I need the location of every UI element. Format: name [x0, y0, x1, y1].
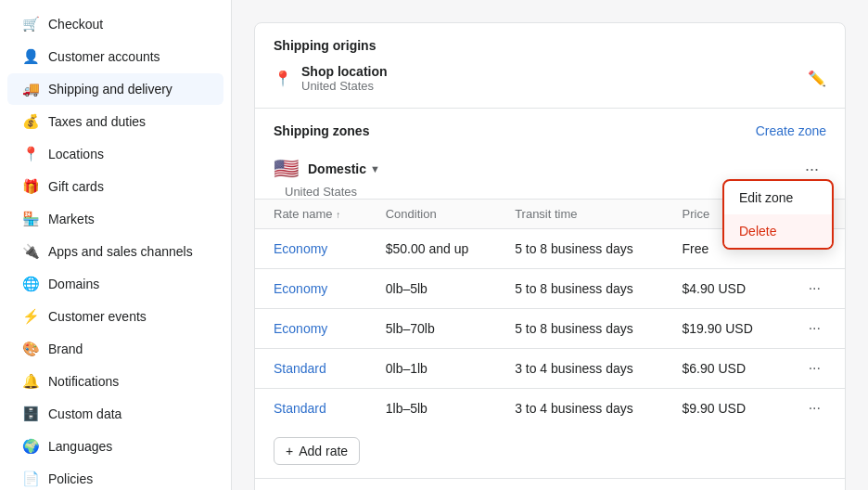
- table-row: Standard 1lb–5lb 3 to 4 business days $9…: [255, 389, 845, 429]
- origin-info: 📍 Shop location United States: [274, 64, 388, 93]
- sidebar-icon-customer-events: ⚡: [22, 308, 39, 325]
- rate-transit-cell: 3 to 4 business days: [496, 349, 663, 389]
- rate-more-button-3[interactable]: ···: [803, 358, 826, 379]
- rate-name-cell: Economy: [255, 269, 367, 309]
- rate-transit-cell: 5 to 8 business days: [496, 269, 663, 309]
- rate-transit-cell: 5 to 8 business days: [496, 229, 663, 269]
- col-rate-name: Rate name ↑: [255, 200, 367, 229]
- col-transit-time: Transit time: [496, 200, 663, 229]
- sidebar-icon-customer-accounts: 👤: [22, 48, 39, 65]
- sidebar-item-locations[interactable]: 📍 Locations: [7, 138, 223, 170]
- sidebar: 🛒 Checkout 👤 Customer accounts 🚚 Shippin…: [0, 0, 232, 490]
- shipping-origins-title: Shipping origins: [274, 38, 826, 53]
- rate-more-button-4[interactable]: ···: [803, 398, 826, 419]
- sidebar-icon-languages: 🌍: [22, 438, 39, 455]
- rate-price-cell: $9.90 USD: [664, 389, 780, 429]
- shipping-zones-title: Shipping zones: [274, 123, 369, 138]
- add-rate-label: Add rate: [299, 444, 348, 458]
- domestic-zone-name: Domestic ▼: [308, 161, 380, 176]
- rate-price-cell: $6.90 USD: [664, 349, 780, 389]
- edit-location-icon[interactable]: ✏️: [808, 70, 826, 87]
- shop-location-row: 📍 Shop location United States ✏️: [274, 64, 826, 93]
- sidebar-item-brand[interactable]: 🎨 Brand: [7, 333, 223, 365]
- table-row: Economy 0lb–5lb 5 to 8 business days $4.…: [255, 269, 845, 309]
- sidebar-icon-custom-data: 🗄️: [22, 406, 39, 422]
- sidebar-icon-markets: 🏪: [22, 211, 39, 227]
- rate-transit-cell: 3 to 4 business days: [496, 389, 663, 429]
- create-zone-link[interactable]: Create zone: [756, 123, 826, 138]
- shipping-origins-section: Shipping origins 📍 Shop location United …: [255, 23, 845, 109]
- shipping-zones-section: Shipping zones Create zone 🇺🇸 Domestic ▼…: [255, 109, 845, 490]
- rate-name-cell: Standard: [255, 389, 367, 429]
- rate-more-button-1[interactable]: ···: [803, 278, 826, 299]
- sidebar-icon-domains: 🌐: [22, 276, 39, 292]
- sidebar-label-customer-accounts: Customer accounts: [48, 49, 160, 64]
- sidebar-item-customer-events[interactable]: ⚡ Customer events: [7, 301, 223, 332]
- rate-actions-cell: ···: [780, 349, 845, 389]
- rate-price-cell: $19.90 USD: [664, 309, 780, 349]
- sidebar-icon-taxes-duties: 💰: [22, 113, 39, 130]
- col-condition: Condition: [367, 200, 496, 229]
- sidebar-icon-brand: 🎨: [22, 341, 39, 357]
- rate-condition-cell: 0lb–1lb: [367, 349, 496, 389]
- domestic-chevron-icon: ▼: [370, 163, 380, 174]
- rate-name-cell: Standard: [255, 349, 367, 389]
- rate-actions-cell: ···: [780, 269, 845, 309]
- sidebar-label-languages: Languages: [48, 439, 112, 454]
- delete-zone-item[interactable]: Delete: [724, 214, 832, 248]
- table-row: Economy 5lb–70lb 5 to 8 business days $1…: [255, 309, 845, 349]
- sidebar-item-languages[interactable]: 🌍 Languages: [7, 431, 223, 462]
- zones-header: Shipping zones Create zone: [255, 109, 845, 146]
- rate-actions-cell: ···: [780, 389, 845, 429]
- location-pin-icon: 📍: [274, 70, 292, 87]
- sidebar-icon-apps-sales-channels: 🔌: [22, 243, 39, 260]
- domestic-more-button[interactable]: ···: [798, 157, 826, 181]
- sidebar-label-taxes-duties: Taxes and duties: [48, 114, 146, 129]
- rate-condition-cell: 1lb–5lb: [367, 389, 496, 429]
- domestic-zone-block: 🇺🇸 Domestic ▼ ··· United States Edit zon…: [255, 146, 845, 478]
- domestic-zone-dropdown: Edit zone Delete: [722, 179, 834, 250]
- sidebar-item-shipping-delivery[interactable]: 🚚 Shipping and delivery: [7, 73, 223, 105]
- sidebar-label-apps-sales-channels: Apps and sales channels: [48, 244, 193, 259]
- rate-condition-cell: 5lb–70lb: [367, 309, 496, 349]
- sidebar-item-customer-accounts[interactable]: 👤 Customer accounts: [7, 41, 223, 72]
- origin-details: Shop location United States: [301, 64, 388, 93]
- add-icon: +: [286, 444, 293, 458]
- main-content: Shipping origins 📍 Shop location United …: [232, 0, 868, 490]
- sidebar-icon-shipping-delivery: 🚚: [22, 81, 39, 97]
- sidebar-label-notifications: Notifications: [48, 374, 119, 389]
- shop-location-country: United States: [301, 79, 388, 93]
- sidebar-item-checkout[interactable]: 🛒 Checkout: [7, 8, 223, 40]
- rate-condition-cell: 0lb–5lb: [367, 269, 496, 309]
- sidebar-label-customer-events: Customer events: [48, 309, 147, 324]
- rate-name-cell: Economy: [255, 229, 367, 269]
- sidebar-icon-notifications: 🔔: [22, 373, 39, 390]
- domestic-name-row: 🇺🇸 Domestic ▼: [274, 157, 380, 181]
- sidebar-item-policies[interactable]: 📄 Policies: [7, 463, 223, 490]
- add-rate-button[interactable]: + Add rate: [274, 437, 360, 465]
- sidebar-item-markets[interactable]: 🏪 Markets: [7, 203, 223, 235]
- sidebar-item-domains[interactable]: 🌐 Domains: [7, 268, 223, 300]
- edit-zone-item[interactable]: Edit zone: [724, 181, 832, 214]
- sidebar-item-apps-sales-channels[interactable]: 🔌 Apps and sales channels: [7, 236, 223, 267]
- shipping-card: Shipping origins 📍 Shop location United …: [254, 22, 846, 490]
- sidebar-item-custom-data[interactable]: 🗄️ Custom data: [7, 398, 223, 430]
- sidebar-item-notifications[interactable]: 🔔 Notifications: [7, 366, 223, 397]
- rate-actions-cell: ···: [780, 309, 845, 349]
- sidebar-icon-locations: 📍: [22, 146, 39, 162]
- sidebar-label-domains: Domains: [48, 277, 99, 291]
- rate-more-button-2[interactable]: ···: [803, 318, 826, 339]
- international-zone-header: 🌐 International ▼ United Arab Emirates, …: [255, 478, 845, 490]
- rate-transit-cell: 5 to 8 business days: [496, 309, 663, 349]
- sidebar-item-taxes-duties[interactable]: 💰 Taxes and duties: [7, 106, 223, 137]
- rate-price-cell: $4.90 USD: [664, 269, 780, 309]
- sidebar-label-shipping-delivery: Shipping and delivery: [48, 82, 172, 97]
- sidebar-item-gift-cards[interactable]: 🎁 Gift cards: [7, 171, 223, 202]
- sidebar-label-checkout: Checkout: [48, 17, 103, 32]
- sidebar-label-locations: Locations: [48, 147, 104, 161]
- sidebar-label-gift-cards: Gift cards: [48, 179, 104, 194]
- sidebar-icon-gift-cards: 🎁: [22, 178, 39, 195]
- shop-location-name: Shop location: [301, 64, 388, 79]
- sidebar-icon-policies: 📄: [22, 471, 39, 487]
- rate-name-cell: Economy: [255, 309, 367, 349]
